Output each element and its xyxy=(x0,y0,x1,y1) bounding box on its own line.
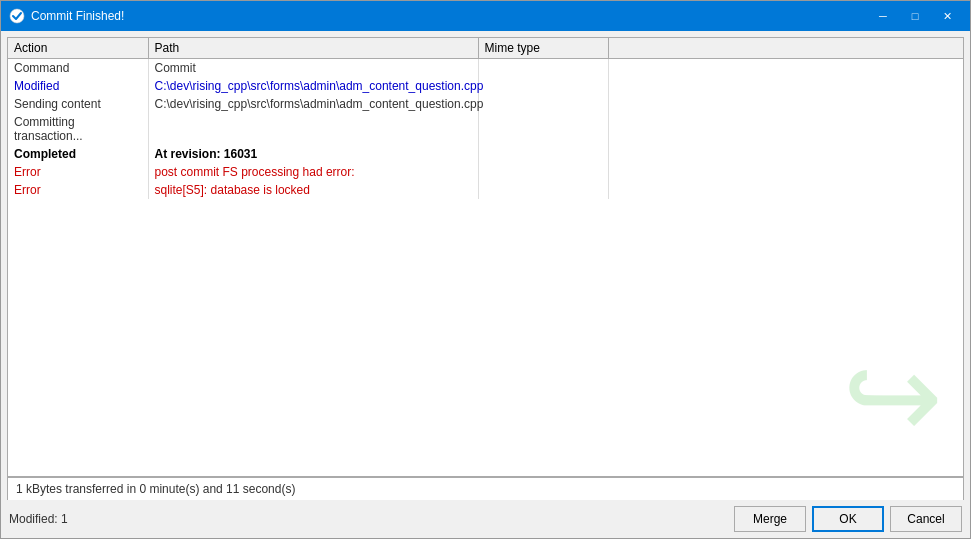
extra-cell xyxy=(608,95,963,113)
table-row: Errorpost commit FS processing had error… xyxy=(8,163,963,181)
action-cell: Committing transaction... xyxy=(8,113,148,145)
extra-cell xyxy=(608,145,963,163)
table-row: ModifiedC:\dev\rising_cpp\src\forms\admi… xyxy=(8,77,963,95)
col-header-extra xyxy=(608,38,963,59)
path-cell: At revision: 16031 xyxy=(148,145,478,163)
watermark-icon: ↩ xyxy=(842,336,943,456)
transfer-status: 1 kBytes transferred in 0 minute(s) and … xyxy=(16,482,295,496)
cancel-button[interactable]: Cancel xyxy=(890,506,962,532)
extra-cell xyxy=(608,59,963,78)
log-table-container[interactable]: Action Path Mime type CommandCommitModif… xyxy=(7,37,964,477)
table-row: Errorsqlite[S5]: database is locked xyxy=(8,181,963,199)
mime-cell xyxy=(478,77,608,95)
modified-count: Modified: 1 xyxy=(9,512,68,526)
extra-cell xyxy=(608,77,963,95)
close-button[interactable]: ✕ xyxy=(932,6,962,26)
mime-cell xyxy=(478,181,608,199)
log-table: Action Path Mime type CommandCommitModif… xyxy=(8,38,963,199)
action-cell: Completed xyxy=(8,145,148,163)
path-cell: C:\dev\rising_cpp\src\forms\admin\adm_co… xyxy=(148,95,478,113)
mime-cell xyxy=(478,163,608,181)
extra-cell xyxy=(608,163,963,181)
action-cell: Command xyxy=(8,59,148,78)
path-cell: Commit xyxy=(148,59,478,78)
window-title: Commit Finished! xyxy=(31,9,868,23)
window-controls: ─ □ ✕ xyxy=(868,6,962,26)
path-cell: sqlite[S5]: database is locked xyxy=(148,181,478,199)
path-cell: post commit FS processing had error: xyxy=(148,163,478,181)
mime-cell xyxy=(478,95,608,113)
ok-button[interactable]: OK xyxy=(812,506,884,532)
col-header-path: Path xyxy=(148,38,478,59)
action-cell: Modified xyxy=(8,77,148,95)
window-icon xyxy=(9,8,25,24)
col-header-action: Action xyxy=(8,38,148,59)
mime-cell xyxy=(478,145,608,163)
action-buttons: Merge OK Cancel xyxy=(734,506,962,532)
table-row: CommandCommit xyxy=(8,59,963,78)
action-cell: Sending content xyxy=(8,95,148,113)
merge-button[interactable]: Merge xyxy=(734,506,806,532)
mime-cell xyxy=(478,113,608,145)
path-cell xyxy=(148,113,478,145)
minimize-button[interactable]: ─ xyxy=(868,6,898,26)
status-bar: 1 kBytes transferred in 0 minute(s) and … xyxy=(7,477,964,500)
main-window: Commit Finished! ─ □ ✕ Action Path Mime … xyxy=(0,0,971,539)
table-row: CompletedAt revision: 16031 xyxy=(8,145,963,163)
action-cell: Error xyxy=(8,181,148,199)
title-bar: Commit Finished! ─ □ ✕ xyxy=(1,1,970,31)
maximize-button[interactable]: □ xyxy=(900,6,930,26)
content-area: Action Path Mime type CommandCommitModif… xyxy=(1,31,970,538)
table-row: Committing transaction... xyxy=(8,113,963,145)
bottom-bar: Modified: 1 Merge OK Cancel xyxy=(1,500,970,538)
mime-cell xyxy=(478,59,608,78)
table-row: Sending contentC:\dev\rising_cpp\src\for… xyxy=(8,95,963,113)
extra-cell xyxy=(608,181,963,199)
path-cell: C:\dev\rising_cpp\src\forms\admin\adm_co… xyxy=(148,77,478,95)
col-header-mime: Mime type xyxy=(478,38,608,59)
action-cell: Error xyxy=(8,163,148,181)
extra-cell xyxy=(608,113,963,145)
